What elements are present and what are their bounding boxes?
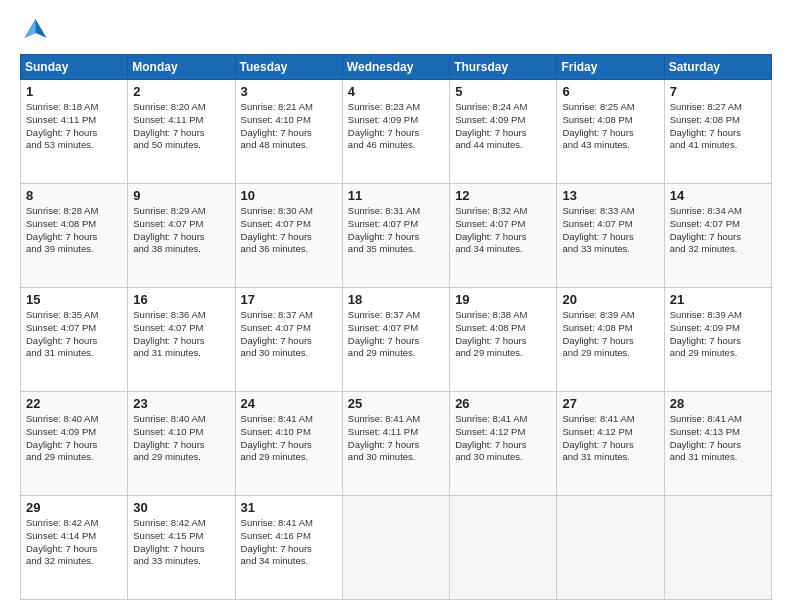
day-number: 5 (455, 84, 551, 99)
cell-content: Sunrise: 8:36 AMSunset: 4:07 PMDaylight:… (133, 309, 229, 360)
cell-content: Sunrise: 8:31 AMSunset: 4:07 PMDaylight:… (348, 205, 444, 256)
day-number: 18 (348, 292, 444, 307)
calendar-cell: 23Sunrise: 8:40 AMSunset: 4:10 PMDayligh… (128, 392, 235, 496)
cell-content: Sunrise: 8:32 AMSunset: 4:07 PMDaylight:… (455, 205, 551, 256)
calendar-cell: 7Sunrise: 8:27 AMSunset: 4:08 PMDaylight… (664, 80, 771, 184)
calendar-header-row: SundayMondayTuesdayWednesdayThursdayFrid… (21, 55, 772, 80)
cell-content: Sunrise: 8:41 AMSunset: 4:11 PMDaylight:… (348, 413, 444, 464)
cell-content: Sunrise: 8:25 AMSunset: 4:08 PMDaylight:… (562, 101, 658, 152)
cell-content: Sunrise: 8:39 AMSunset: 4:08 PMDaylight:… (562, 309, 658, 360)
day-number: 25 (348, 396, 444, 411)
cell-content: Sunrise: 8:41 AMSunset: 4:12 PMDaylight:… (455, 413, 551, 464)
day-number: 12 (455, 188, 551, 203)
cell-content: Sunrise: 8:23 AMSunset: 4:09 PMDaylight:… (348, 101, 444, 152)
page: SundayMondayTuesdayWednesdayThursdayFrid… (0, 0, 792, 612)
logo (20, 16, 52, 44)
day-number: 21 (670, 292, 766, 307)
day-number: 28 (670, 396, 766, 411)
calendar-week-row: 22Sunrise: 8:40 AMSunset: 4:09 PMDayligh… (21, 392, 772, 496)
cell-content: Sunrise: 8:38 AMSunset: 4:08 PMDaylight:… (455, 309, 551, 360)
day-number: 2 (133, 84, 229, 99)
cell-content: Sunrise: 8:42 AMSunset: 4:15 PMDaylight:… (133, 517, 229, 568)
day-number: 13 (562, 188, 658, 203)
calendar-cell (450, 496, 557, 600)
calendar-cell: 6Sunrise: 8:25 AMSunset: 4:08 PMDaylight… (557, 80, 664, 184)
day-number: 15 (26, 292, 122, 307)
calendar-cell: 11Sunrise: 8:31 AMSunset: 4:07 PMDayligh… (342, 184, 449, 288)
cell-content: Sunrise: 8:40 AMSunset: 4:10 PMDaylight:… (133, 413, 229, 464)
cell-content: Sunrise: 8:37 AMSunset: 4:07 PMDaylight:… (348, 309, 444, 360)
calendar-cell: 25Sunrise: 8:41 AMSunset: 4:11 PMDayligh… (342, 392, 449, 496)
cell-content: Sunrise: 8:39 AMSunset: 4:09 PMDaylight:… (670, 309, 766, 360)
day-number: 30 (133, 500, 229, 515)
day-number: 8 (26, 188, 122, 203)
day-number: 19 (455, 292, 551, 307)
calendar-cell (342, 496, 449, 600)
calendar-cell: 31Sunrise: 8:41 AMSunset: 4:16 PMDayligh… (235, 496, 342, 600)
cell-content: Sunrise: 8:41 AMSunset: 4:13 PMDaylight:… (670, 413, 766, 464)
header (20, 16, 772, 44)
calendar-cell: 3Sunrise: 8:21 AMSunset: 4:10 PMDaylight… (235, 80, 342, 184)
day-number: 20 (562, 292, 658, 307)
calendar-cell: 30Sunrise: 8:42 AMSunset: 4:15 PMDayligh… (128, 496, 235, 600)
day-number: 3 (241, 84, 337, 99)
calendar-cell: 10Sunrise: 8:30 AMSunset: 4:07 PMDayligh… (235, 184, 342, 288)
logo-icon (20, 16, 48, 44)
calendar-cell: 26Sunrise: 8:41 AMSunset: 4:12 PMDayligh… (450, 392, 557, 496)
cell-content: Sunrise: 8:34 AMSunset: 4:07 PMDaylight:… (670, 205, 766, 256)
cell-content: Sunrise: 8:33 AMSunset: 4:07 PMDaylight:… (562, 205, 658, 256)
day-number: 22 (26, 396, 122, 411)
day-number: 9 (133, 188, 229, 203)
cell-content: Sunrise: 8:40 AMSunset: 4:09 PMDaylight:… (26, 413, 122, 464)
day-number: 17 (241, 292, 337, 307)
calendar-cell: 5Sunrise: 8:24 AMSunset: 4:09 PMDaylight… (450, 80, 557, 184)
calendar-cell: 2Sunrise: 8:20 AMSunset: 4:11 PMDaylight… (128, 80, 235, 184)
cell-content: Sunrise: 8:41 AMSunset: 4:16 PMDaylight:… (241, 517, 337, 568)
calendar-week-row: 15Sunrise: 8:35 AMSunset: 4:07 PMDayligh… (21, 288, 772, 392)
calendar-cell (557, 496, 664, 600)
day-number: 23 (133, 396, 229, 411)
calendar-cell: 22Sunrise: 8:40 AMSunset: 4:09 PMDayligh… (21, 392, 128, 496)
day-number: 31 (241, 500, 337, 515)
day-number: 24 (241, 396, 337, 411)
calendar-cell: 16Sunrise: 8:36 AMSunset: 4:07 PMDayligh… (128, 288, 235, 392)
day-number: 7 (670, 84, 766, 99)
calendar-weekday-header: Monday (128, 55, 235, 80)
cell-content: Sunrise: 8:41 AMSunset: 4:10 PMDaylight:… (241, 413, 337, 464)
day-number: 29 (26, 500, 122, 515)
calendar-week-row: 1Sunrise: 8:18 AMSunset: 4:11 PMDaylight… (21, 80, 772, 184)
cell-content: Sunrise: 8:20 AMSunset: 4:11 PMDaylight:… (133, 101, 229, 152)
day-number: 27 (562, 396, 658, 411)
calendar-body: 1Sunrise: 8:18 AMSunset: 4:11 PMDaylight… (21, 80, 772, 600)
calendar-cell: 29Sunrise: 8:42 AMSunset: 4:14 PMDayligh… (21, 496, 128, 600)
calendar-cell: 20Sunrise: 8:39 AMSunset: 4:08 PMDayligh… (557, 288, 664, 392)
calendar-weekday-header: Wednesday (342, 55, 449, 80)
cell-content: Sunrise: 8:28 AMSunset: 4:08 PMDaylight:… (26, 205, 122, 256)
cell-content: Sunrise: 8:21 AMSunset: 4:10 PMDaylight:… (241, 101, 337, 152)
cell-content: Sunrise: 8:35 AMSunset: 4:07 PMDaylight:… (26, 309, 122, 360)
calendar-cell: 24Sunrise: 8:41 AMSunset: 4:10 PMDayligh… (235, 392, 342, 496)
day-number: 10 (241, 188, 337, 203)
cell-content: Sunrise: 8:41 AMSunset: 4:12 PMDaylight:… (562, 413, 658, 464)
day-number: 4 (348, 84, 444, 99)
calendar-cell: 18Sunrise: 8:37 AMSunset: 4:07 PMDayligh… (342, 288, 449, 392)
calendar-cell: 8Sunrise: 8:28 AMSunset: 4:08 PMDaylight… (21, 184, 128, 288)
calendar-cell: 19Sunrise: 8:38 AMSunset: 4:08 PMDayligh… (450, 288, 557, 392)
calendar-cell: 15Sunrise: 8:35 AMSunset: 4:07 PMDayligh… (21, 288, 128, 392)
calendar-week-row: 8Sunrise: 8:28 AMSunset: 4:08 PMDaylight… (21, 184, 772, 288)
cell-content: Sunrise: 8:30 AMSunset: 4:07 PMDaylight:… (241, 205, 337, 256)
calendar-table: SundayMondayTuesdayWednesdayThursdayFrid… (20, 54, 772, 600)
day-number: 14 (670, 188, 766, 203)
day-number: 6 (562, 84, 658, 99)
calendar-weekday-header: Thursday (450, 55, 557, 80)
day-number: 11 (348, 188, 444, 203)
calendar-cell: 28Sunrise: 8:41 AMSunset: 4:13 PMDayligh… (664, 392, 771, 496)
cell-content: Sunrise: 8:42 AMSunset: 4:14 PMDaylight:… (26, 517, 122, 568)
calendar-cell: 27Sunrise: 8:41 AMSunset: 4:12 PMDayligh… (557, 392, 664, 496)
calendar-cell (664, 496, 771, 600)
calendar-week-row: 29Sunrise: 8:42 AMSunset: 4:14 PMDayligh… (21, 496, 772, 600)
calendar-weekday-header: Friday (557, 55, 664, 80)
cell-content: Sunrise: 8:29 AMSunset: 4:07 PMDaylight:… (133, 205, 229, 256)
day-number: 26 (455, 396, 551, 411)
calendar-cell: 12Sunrise: 8:32 AMSunset: 4:07 PMDayligh… (450, 184, 557, 288)
